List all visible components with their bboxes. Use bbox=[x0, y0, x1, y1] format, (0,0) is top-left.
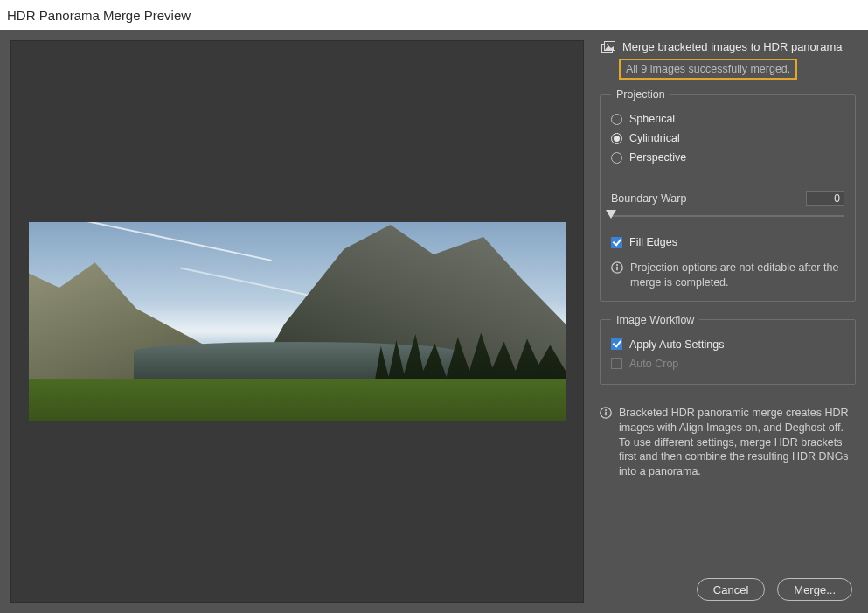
image-stack-icon bbox=[601, 41, 615, 53]
merge-button[interactable]: Merge... bbox=[777, 578, 852, 601]
auto-crop-checkbox: Auto Crop bbox=[611, 354, 844, 373]
boundary-warp-row: Boundary Warp bbox=[611, 191, 844, 206]
dialog-footer: Cancel Merge... bbox=[697, 578, 852, 601]
merge-status-highlight: All 9 images successfully merged. bbox=[619, 59, 797, 80]
divider bbox=[611, 178, 844, 178]
projection-radio-spherical[interactable]: Spherical bbox=[611, 109, 844, 129]
checkbox-icon bbox=[611, 338, 622, 350]
projection-legend: Projection bbox=[611, 88, 670, 101]
radio-icon bbox=[611, 114, 622, 125]
projection-group: Projection Spherical Cylindrical Perspec… bbox=[600, 88, 856, 302]
slider-track bbox=[611, 215, 844, 217]
merge-header-label: Merge bracketed images to HDR panorama bbox=[622, 40, 842, 53]
projection-info: Projection options are not editable afte… bbox=[611, 261, 844, 290]
svg-rect-5 bbox=[616, 267, 618, 270]
projection-option-label: Perspective bbox=[629, 151, 686, 164]
hdr-help-info: Bracketed HDR panoramic merge creates HD… bbox=[600, 406, 856, 479]
preview-frame bbox=[10, 40, 584, 603]
image-workflow-group: Image Workflow Apply Auto Settings Auto … bbox=[600, 314, 856, 385]
projection-option-label: Cylindrical bbox=[629, 132, 680, 144]
fill-edges-label: Fill Edges bbox=[629, 236, 677, 248]
info-icon bbox=[611, 261, 623, 274]
hdr-help-text: Bracketed HDR panoramic merge creates HD… bbox=[619, 406, 856, 479]
window-titlebar: HDR Panorama Merge Preview bbox=[0, 0, 868, 30]
preview-pane bbox=[0, 30, 594, 613]
panorama-preview-image bbox=[29, 222, 566, 421]
svg-rect-8 bbox=[605, 412, 607, 415]
hdr-panorama-merge-dialog: HDR Panorama Merge Preview Merge bracket… bbox=[0, 0, 868, 613]
svg-point-4 bbox=[616, 264, 618, 266]
projection-radio-cylindrical[interactable]: Cylindrical bbox=[611, 129, 844, 148]
radio-icon bbox=[611, 133, 622, 144]
checkbox-icon bbox=[611, 358, 622, 369]
cancel-button[interactable]: Cancel bbox=[697, 578, 765, 601]
slider-thumb-icon[interactable] bbox=[606, 210, 616, 219]
merge-status-text: All 9 images successfully merged. bbox=[626, 63, 790, 75]
svg-point-7 bbox=[605, 409, 607, 411]
options-panel: Merge bracketed images to HDR panorama A… bbox=[594, 30, 868, 613]
boundary-warp-label: Boundary Warp bbox=[611, 192, 686, 205]
fill-edges-checkbox[interactable]: Fill Edges bbox=[611, 233, 844, 252]
window-title: HDR Panorama Merge Preview bbox=[7, 8, 191, 23]
apply-auto-label: Apply Auto Settings bbox=[629, 338, 724, 351]
checkbox-icon bbox=[611, 237, 622, 248]
merge-header: Merge bracketed images to HDR panorama bbox=[600, 38, 856, 59]
projection-option-label: Spherical bbox=[629, 113, 675, 125]
workflow-legend: Image Workflow bbox=[611, 314, 699, 326]
boundary-warp-input[interactable] bbox=[806, 191, 844, 206]
dialog-body: Merge bracketed images to HDR panorama A… bbox=[0, 30, 868, 613]
svg-point-2 bbox=[607, 44, 608, 45]
auto-crop-label: Auto Crop bbox=[629, 358, 678, 370]
info-icon bbox=[600, 407, 612, 419]
boundary-warp-slider[interactable] bbox=[611, 208, 844, 224]
apply-auto-settings-checkbox[interactable]: Apply Auto Settings bbox=[611, 335, 844, 354]
radio-icon bbox=[611, 152, 622, 164]
projection-info-text: Projection options are not editable afte… bbox=[630, 261, 844, 290]
projection-radio-perspective[interactable]: Perspective bbox=[611, 148, 844, 167]
